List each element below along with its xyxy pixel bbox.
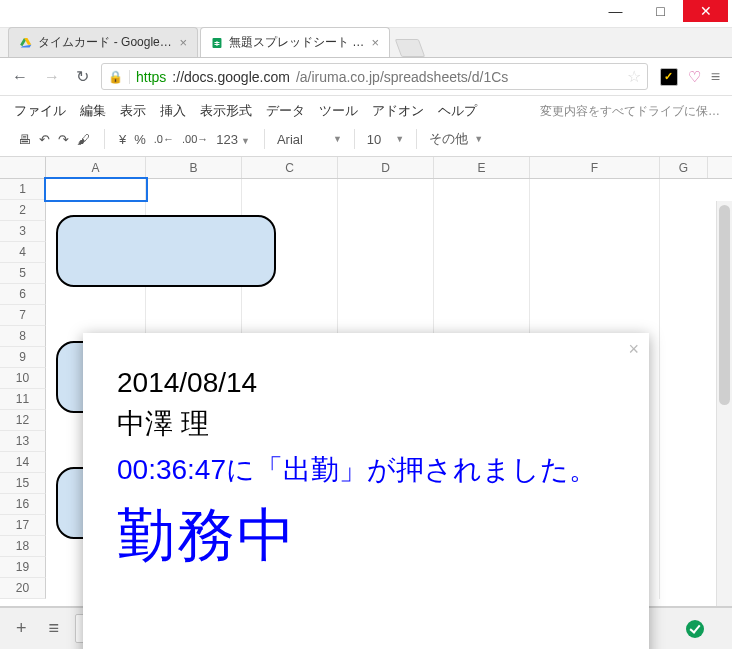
- cell[interactable]: [146, 179, 242, 200]
- row-header[interactable]: 2: [0, 200, 46, 221]
- row-header[interactable]: 12: [0, 410, 46, 431]
- tab-close-icon[interactable]: ×: [179, 35, 187, 50]
- row-header[interactable]: 18: [0, 536, 46, 557]
- toolbar-more-select[interactable]: その他▼: [423, 128, 489, 150]
- norton-extension-icon[interactable]: ✓: [660, 68, 678, 86]
- row-header[interactable]: 1: [0, 179, 46, 200]
- menu-view[interactable]: 表示: [120, 102, 146, 120]
- cell[interactable]: [434, 179, 530, 200]
- vertical-scrollbar[interactable]: [716, 201, 732, 606]
- row-header[interactable]: 11: [0, 389, 46, 410]
- cell[interactable]: [660, 221, 708, 242]
- vertical-scroll-thumb[interactable]: [719, 205, 730, 405]
- new-tab-button[interactable]: [395, 39, 426, 57]
- cell[interactable]: [660, 242, 708, 263]
- col-header[interactable]: B: [146, 157, 242, 178]
- col-header[interactable]: A: [46, 157, 146, 178]
- forward-button[interactable]: →: [40, 66, 64, 88]
- cell[interactable]: [530, 200, 660, 221]
- cell[interactable]: [660, 515, 708, 536]
- menu-format[interactable]: 表示形式: [200, 102, 252, 120]
- cell[interactable]: [338, 221, 434, 242]
- cell[interactable]: [660, 179, 708, 200]
- reload-button[interactable]: ↻: [72, 65, 93, 88]
- col-header[interactable]: E: [434, 157, 530, 178]
- cell[interactable]: [530, 284, 660, 305]
- cell[interactable]: [338, 305, 434, 326]
- menu-tools[interactable]: ツール: [319, 102, 358, 120]
- window-close-button[interactable]: ✕: [683, 0, 728, 22]
- cell[interactable]: [338, 263, 434, 284]
- address-bar[interactable]: 🔒 https://docs.google.com/a/iruma.co.jp/…: [101, 63, 648, 90]
- cell[interactable]: [338, 284, 434, 305]
- menu-insert[interactable]: 挿入: [160, 102, 186, 120]
- cell[interactable]: [434, 221, 530, 242]
- tab-close-icon[interactable]: ×: [371, 35, 379, 50]
- row-header[interactable]: 10: [0, 368, 46, 389]
- cell[interactable]: [242, 179, 338, 200]
- cell[interactable]: [146, 305, 242, 326]
- cell[interactable]: [434, 242, 530, 263]
- sheet-button-shape[interactable]: [56, 215, 276, 287]
- heart-extension-icon[interactable]: ♡: [688, 68, 701, 86]
- browser-tab-sheets[interactable]: 無題スプレッドシート - Goog ×: [200, 27, 390, 57]
- cell[interactable]: [660, 389, 708, 410]
- cell[interactable]: [660, 200, 708, 221]
- col-header[interactable]: C: [242, 157, 338, 178]
- cell[interactable]: [660, 494, 708, 515]
- font-family-select[interactable]: Arial▼: [271, 130, 348, 149]
- cell[interactable]: [660, 347, 708, 368]
- cell[interactable]: [530, 221, 660, 242]
- cell[interactable]: [146, 284, 242, 305]
- cell[interactable]: [46, 179, 146, 200]
- cell[interactable]: [660, 536, 708, 557]
- back-button[interactable]: ←: [8, 66, 32, 88]
- col-header[interactable]: D: [338, 157, 434, 178]
- row-header[interactable]: 5: [0, 263, 46, 284]
- cell[interactable]: [434, 263, 530, 284]
- cell[interactable]: [434, 305, 530, 326]
- redo-button[interactable]: ↷: [58, 132, 69, 147]
- cell[interactable]: [242, 305, 338, 326]
- menu-data[interactable]: データ: [266, 102, 305, 120]
- paintformat-button[interactable]: 🖌: [77, 132, 90, 147]
- row-header[interactable]: 16: [0, 494, 46, 515]
- cell[interactable]: [530, 179, 660, 200]
- row-header[interactable]: 15: [0, 473, 46, 494]
- font-size-select[interactable]: 10▼: [361, 130, 410, 149]
- cell[interactable]: [660, 368, 708, 389]
- more-formats-button[interactable]: 123▼: [216, 132, 250, 147]
- row-header[interactable]: 7: [0, 305, 46, 326]
- select-all-corner[interactable]: [0, 157, 46, 178]
- cell[interactable]: [434, 284, 530, 305]
- format-percent-button[interactable]: %: [134, 132, 146, 147]
- cell[interactable]: [660, 578, 708, 599]
- cell[interactable]: [242, 284, 338, 305]
- cell[interactable]: [338, 179, 434, 200]
- cell[interactable]: [660, 284, 708, 305]
- row-header[interactable]: 4: [0, 242, 46, 263]
- row-header[interactable]: 6: [0, 284, 46, 305]
- cell[interactable]: [338, 242, 434, 263]
- cell[interactable]: [46, 284, 146, 305]
- cell[interactable]: [338, 200, 434, 221]
- row-header[interactable]: 9: [0, 347, 46, 368]
- format-currency-button[interactable]: ¥: [119, 132, 126, 147]
- window-maximize-button[interactable]: □: [638, 0, 683, 22]
- cell[interactable]: [660, 557, 708, 578]
- cell[interactable]: [660, 452, 708, 473]
- undo-button[interactable]: ↶: [39, 132, 50, 147]
- row-header[interactable]: 17: [0, 515, 46, 536]
- popup-close-button[interactable]: ×: [628, 339, 639, 360]
- col-header[interactable]: G: [660, 157, 708, 178]
- cell[interactable]: [660, 305, 708, 326]
- row-header[interactable]: 13: [0, 431, 46, 452]
- cell[interactable]: [660, 326, 708, 347]
- row-header[interactable]: 3: [0, 221, 46, 242]
- row-header[interactable]: 8: [0, 326, 46, 347]
- menu-file[interactable]: ファイル: [14, 102, 66, 120]
- cell[interactable]: [530, 305, 660, 326]
- cell[interactable]: [46, 305, 146, 326]
- row-header[interactable]: 20: [0, 578, 46, 599]
- all-sheets-button[interactable]: ≡: [43, 618, 66, 639]
